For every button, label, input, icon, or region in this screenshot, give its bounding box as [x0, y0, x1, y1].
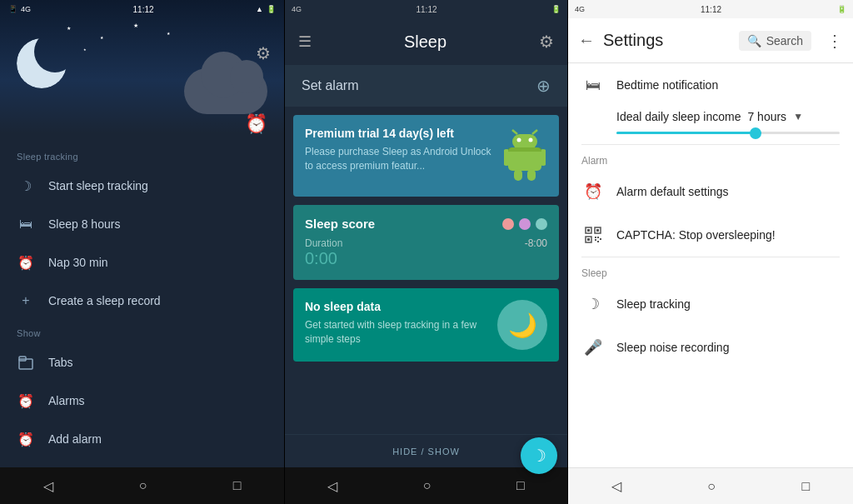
recents-button-3[interactable]: □: [786, 472, 827, 501]
premium-body: Please purchase Sleep as Android Unlock …: [305, 145, 493, 173]
settings-item-sleep-tracking[interactable]: ☽ Sleep tracking: [568, 282, 853, 326]
settings-gear-icon[interactable]: ⚙: [256, 43, 271, 63]
no-sleep-body: Get started with sleep tracking in a few…: [305, 318, 489, 347]
svg-rect-15: [508, 147, 541, 152]
sleep-score-card[interactable]: Sleep score Duration 0:00 -8:00: [293, 205, 559, 280]
status-time-2: 11:12: [416, 5, 436, 14]
menu-item-nap-label: Nap 30 min: [48, 256, 108, 269]
menu-item-create-record-label: Create a sleep record: [48, 294, 161, 307]
sleep-income-slider[interactable]: [616, 132, 840, 134]
battery-2: 🔋: [551, 5, 561, 13]
search-box[interactable]: 🔍 Search: [739, 31, 811, 51]
star4: ★: [83, 47, 87, 52]
back-button-3[interactable]: ◁: [595, 472, 638, 501]
panel2-scroll: Premium trial 14 day(s) left Please purc…: [285, 107, 567, 434]
battery-icon: 🔋: [267, 5, 276, 13]
back-button-2[interactable]: ◁: [311, 472, 354, 501]
sleeping-woman-illustration: 🌙: [497, 300, 547, 350]
panel-sleep-menu: 📱 4G 11:12 ▲ 🔋 ★ ★ ★ ★ ★: [0, 0, 284, 504]
home-button-1[interactable]: ○: [122, 472, 164, 500]
status-icon-phone: 📱: [8, 5, 17, 13]
panel2-title: Sleep: [404, 32, 446, 52]
dropdown-arrow-icon[interactable]: ▼: [793, 111, 803, 122]
menu-item-sleep-8hours[interactable]: 🛏 Sleep 8 hours: [0, 205, 284, 243]
svg-rect-19: [596, 229, 599, 232]
star5: ★: [167, 31, 170, 36]
battery-3: 🔋: [837, 5, 846, 13]
panel1-header: ★ ★ ★ ★ ★ ⚙ ⏰: [0, 18, 284, 143]
search-icon: 🔍: [747, 34, 761, 47]
duration-label: Duration: [305, 237, 342, 249]
status-time-3: 11:12: [701, 5, 721, 14]
sleep-income-row: Ideal daily sleep income 7 hours ▼: [616, 110, 840, 123]
status-time-1: 11:12: [133, 5, 154, 14]
p2-gear-icon[interactable]: ⚙: [539, 32, 554, 52]
alarms-icon: ⏰: [17, 392, 35, 410]
section-label-show: Show: [0, 320, 284, 343]
sleep-income-label: Ideal daily sleep income: [616, 110, 741, 123]
home-button-2[interactable]: ○: [407, 472, 448, 500]
nav-bar-2: ◁ ○ □: [285, 467, 567, 504]
back-arrow-icon[interactable]: ←: [578, 31, 595, 50]
menu-item-add-alarm[interactable]: ⏰ Add alarm: [0, 420, 284, 458]
moon-menu-icon: ☽: [17, 177, 35, 195]
add-alarm-icon: ⏰: [17, 430, 35, 448]
recents-button-2[interactable]: □: [500, 472, 541, 500]
duration-block: Duration 0:00: [305, 237, 342, 268]
settings-item-captcha[interactable]: CAPTCHA: Stop oversleeping!: [568, 213, 853, 257]
menu-item-nap[interactable]: ⏰ Nap 30 min: [0, 243, 284, 282]
premium-card[interactable]: Premium trial 14 day(s) left Please purc…: [293, 115, 559, 197]
settings-list: 🛏 Bedtime notification Ideal daily sleep…: [568, 63, 853, 467]
menu-item-tabs-label: Tabs: [48, 356, 73, 369]
home-button-3[interactable]: ○: [691, 472, 732, 501]
search-text: Search: [766, 34, 803, 47]
status-left: 📱 4G: [8, 5, 31, 13]
hide-show-text[interactable]: HIDE / SHOW: [392, 447, 460, 457]
svg-rect-21: [587, 238, 590, 241]
more-options-icon[interactable]: ⋮: [826, 31, 843, 51]
hamburger-icon[interactable]: ☰: [298, 32, 312, 51]
android-robot-icon: [501, 127, 547, 185]
sleep-tracking-label: Sleep tracking: [616, 297, 840, 311]
score-dot-3: [536, 218, 547, 230]
menu-item-alarms[interactable]: ⏰ Alarms: [0, 382, 284, 420]
no-sleep-card[interactable]: No sleep data Get started with sleep tra…: [293, 288, 559, 362]
star2: ★: [100, 35, 103, 40]
panel-settings: 4G 11:12 🔋 ← Settings 🔍 Search ⋮ 🛏 Bedti…: [568, 0, 853, 504]
alarm-default-label: Alarm default settings: [616, 185, 840, 198]
noise-icon: 🎤: [581, 336, 605, 359]
back-button-1[interactable]: ◁: [27, 472, 70, 501]
menu-item-create-record[interactable]: + Create a sleep record: [0, 282, 284, 320]
no-sleep-title: No sleep data: [305, 300, 489, 313]
menu-item-start-sleep[interactable]: ☽ Start sleep tracking: [0, 167, 284, 205]
settings-item-noise-recording[interactable]: 🎤 Sleep noise recording: [568, 326, 853, 369]
settings-item-bedtime[interactable]: 🛏 Bedtime notification: [568, 63, 853, 107]
menu-item-tabs[interactable]: Tabs: [0, 343, 284, 382]
nav-bar-3: ◁ ○ □: [568, 467, 853, 504]
noise-recording-label: Sleep noise recording: [616, 341, 840, 354]
panel3-header: ← Settings 🔍 Search ⋮: [568, 18, 853, 63]
menu-item-add-alarm-label: Add alarm: [48, 432, 102, 446]
svg-point-2: [17, 38, 67, 88]
sleep-income-value: 7 hours: [747, 110, 786, 123]
signal-icon: ▲: [256, 5, 263, 13]
slider-fill: [616, 132, 761, 134]
sleep-score-duration: Duration 0:00 -8:00: [305, 237, 547, 268]
slider-thumb[interactable]: [750, 127, 761, 139]
score-dot-1: [502, 218, 514, 230]
tabs-icon: [17, 353, 35, 372]
recents-button-1[interactable]: □: [217, 472, 258, 500]
premium-title: Premium trial 14 day(s) left: [305, 127, 493, 140]
svg-rect-25: [595, 239, 596, 241]
panel3-title: Settings: [603, 31, 731, 50]
menu-item-start-sleep-label: Start sleep tracking: [48, 179, 148, 192]
settings-item-alarm-default[interactable]: ⏰ Alarm default settings: [568, 170, 853, 213]
add-alarm-circle-icon[interactable]: ⊕: [536, 76, 551, 96]
sleep-income-block: Ideal daily sleep income 7 hours ▼: [568, 107, 853, 144]
svg-rect-17: [587, 229, 590, 232]
fab-moon-button[interactable]: ☽: [521, 437, 557, 474]
svg-point-7: [516, 137, 521, 142]
set-alarm-bar[interactable]: Set alarm ⊕: [285, 65, 567, 107]
duration-value: 0:00: [305, 249, 342, 268]
svg-rect-22: [595, 237, 596, 238]
